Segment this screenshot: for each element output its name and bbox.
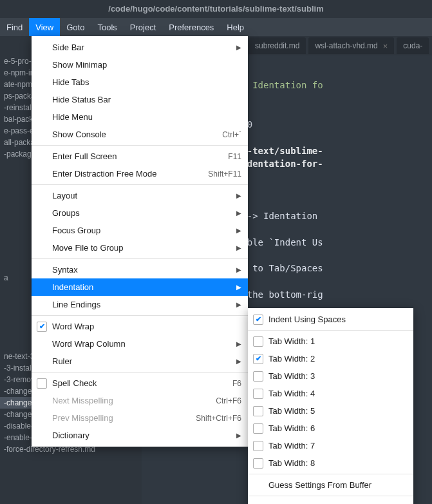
menu-item-label: Tab Width: 6 <box>268 423 315 433</box>
menu-item-label: Tab Width: 5 <box>268 406 315 416</box>
menu-item-tools[interactable]: Tools <box>91 18 123 36</box>
menu-item[interactable]: Move File to Group▶ <box>32 239 248 257</box>
menu-item-label: Tab Width: 1 <box>268 336 315 346</box>
menu-item[interactable]: Focus Group▶ <box>32 222 248 239</box>
menu-accelerator: Shift+F11 <box>208 170 241 179</box>
menu-item-label: Prev Misspelling <box>52 413 113 423</box>
menu-item[interactable]: Ruler▶ <box>32 353 248 370</box>
menu-separator <box>32 372 248 373</box>
menu-item-label: Tab Width: 4 <box>268 389 315 398</box>
menu-item[interactable]: Line Endings▶ <box>32 296 248 313</box>
menu-bar: FindViewGotoToolsProjectPreferencesHelp <box>0 18 432 36</box>
menu-item-preferences[interactable]: Preferences <box>162 18 220 36</box>
menu-item-view[interactable]: View <box>29 18 60 36</box>
tab-label: subreddit.md <box>255 41 299 50</box>
checkbox-icon <box>253 389 263 399</box>
menu-accelerator: Ctrl+F6 <box>216 396 241 405</box>
menu-item-find[interactable]: Find <box>0 18 29 36</box>
checkbox-icon <box>253 336 263 347</box>
view-menu-dropdown: Side Bar▶Show MinimapHide TabsHide Statu… <box>32 36 248 447</box>
menu-item-goto[interactable]: Goto <box>60 18 91 36</box>
sidebar-file-label: ne-text-3 <box>4 352 34 361</box>
sidebar-file-label: ps-packa <box>4 92 35 101</box>
menu-item[interactable]: Tab Width: 2 <box>248 350 413 367</box>
checkbox-icon <box>253 406 263 416</box>
submenu-arrow-icon: ▶ <box>236 227 241 234</box>
menu-item[interactable]: Hide Menu <box>32 108 248 126</box>
menu-item-label: Indentation <box>52 282 93 292</box>
menu-item[interactable]: Dictionary▶ <box>32 427 248 444</box>
menu-item-label: Focus Group <box>52 226 100 235</box>
tab-label: wsl-attach-vhd.md <box>315 41 377 50</box>
menu-separator <box>248 330 413 331</box>
menu-item-label: Tab Width: 8 <box>268 458 315 468</box>
tab[interactable]: wsl-attach-vhd.md× <box>308 37 394 54</box>
menu-item[interactable]: Tab Width: 5 <box>248 402 413 420</box>
title-bar: /code/hugo/code/content/tutorials/sublim… <box>0 0 432 18</box>
menu-item-help[interactable]: Help <box>220 18 250 36</box>
menu-item-label: Enter Distraction Free Mode <box>52 169 157 179</box>
menu-item[interactable]: Tab Width: 1 <box>248 333 413 350</box>
menu-item[interactable]: Enter Full ScreenF11 <box>32 148 248 165</box>
checkbox-icon <box>253 441 263 451</box>
menu-item-label: Ruler <box>52 356 72 366</box>
checkbox-icon <box>37 322 47 332</box>
menu-item-label: Move File to Group <box>52 243 124 253</box>
checkbox-icon <box>37 378 47 389</box>
sidebar-file-label: e-pass-e <box>4 126 34 135</box>
menu-item: Next MisspellingCtrl+F6 <box>32 392 248 409</box>
submenu-arrow-icon: ▶ <box>236 192 241 199</box>
tab[interactable]: subreddit.md <box>249 37 306 54</box>
checkbox-icon <box>253 354 263 364</box>
menu-item[interactable]: Guess Settings From Buffer <box>248 476 413 494</box>
menu-item[interactable]: Side Bar▶ <box>32 39 248 56</box>
checkbox-icon <box>253 423 263 434</box>
tab[interactable]: cuda- <box>397 37 429 54</box>
menu-item[interactable]: Tab Width: 4 <box>248 385 413 402</box>
menu-item-label: Spell Check <box>52 378 97 388</box>
submenu-arrow-icon: ▶ <box>236 44 241 51</box>
checkbox-icon <box>253 458 263 469</box>
menu-item[interactable]: Tab Width: 8 <box>248 454 413 472</box>
menu-item[interactable]: Tab Width: 6 <box>248 420 413 437</box>
menu-item[interactable]: Convert Indentation to Spaces <box>248 498 413 504</box>
menu-item-label: Tab Width: 7 <box>268 441 315 451</box>
menu-item[interactable]: Tab Width: 7 <box>248 437 413 454</box>
menu-item[interactable]: Spell CheckF6 <box>32 374 248 392</box>
menu-item[interactable]: Hide Tabs <box>32 73 248 91</box>
sidebar-file-label: -3-remov <box>4 375 35 384</box>
menu-item[interactable]: Enter Distraction Free ModeShift+F11 <box>32 165 248 182</box>
submenu-arrow-icon: ▶ <box>236 432 241 439</box>
menu-item-label: Next Misspelling <box>52 396 113 405</box>
menu-item[interactable]: Groups▶ <box>32 204 248 222</box>
indentation-submenu: Indent Using SpacesTab Width: 1Tab Width… <box>248 308 413 504</box>
menu-item-label: Line Endings <box>52 300 100 309</box>
menu-item[interactable]: Indent Using Spaces <box>248 311 413 328</box>
menu-separator <box>32 184 248 185</box>
menu-item[interactable]: Indentation▶ <box>32 278 248 296</box>
sidebar-file-label: -change- <box>4 387 34 396</box>
submenu-arrow-icon: ▶ <box>236 301 241 308</box>
menu-item-label: Hide Tabs <box>52 77 89 87</box>
menu-item[interactable]: Show ConsoleCtrl+` <box>32 126 248 143</box>
menu-accelerator: Ctrl+` <box>222 130 241 139</box>
menu-item[interactable]: Layout▶ <box>32 187 248 204</box>
submenu-arrow-icon: ▶ <box>236 244 241 251</box>
sidebar-file-label: -3-install <box>4 363 33 373</box>
menu-separator <box>248 496 413 496</box>
menu-item[interactable]: Hide Status Bar <box>32 91 248 108</box>
menu-item[interactable]: Tab Width: 3 <box>248 367 413 385</box>
menu-accelerator: F11 <box>228 152 241 161</box>
menu-item-project[interactable]: Project <box>124 18 162 36</box>
submenu-arrow-icon: ▶ <box>236 284 241 291</box>
menu-item-label: Side Bar <box>52 43 84 52</box>
menu-item-label: Dictionary <box>52 431 89 440</box>
menu-separator <box>32 258 248 259</box>
menu-item[interactable]: Word Wrap <box>32 318 248 335</box>
menu-item[interactable]: Show Minimap <box>32 56 248 73</box>
close-icon[interactable]: × <box>383 41 388 51</box>
menu-item[interactable]: Word Wrap Column▶ <box>32 335 248 353</box>
menu-item-label: Show Console <box>52 130 106 139</box>
menu-accelerator: Shift+Ctrl+F6 <box>196 414 241 423</box>
menu-item[interactable]: Syntax▶ <box>32 261 248 278</box>
